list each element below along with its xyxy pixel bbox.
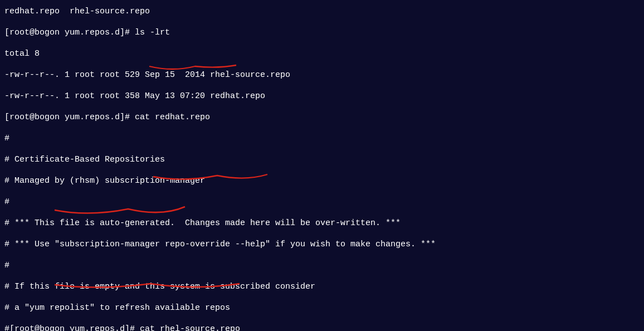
terminal-line: # a "yum repolist" to refresh available … xyxy=(4,303,640,313)
terminal-line: # xyxy=(4,133,640,144)
terminal-line: [root@bogon yum.repos.d]# ls -lrt xyxy=(4,27,640,38)
terminal-line: # *** Use "subscription-manager repo-ove… xyxy=(4,239,640,250)
terminal-area[interactable]: redhat.repo rhel-source.repo [root@bogon… xyxy=(0,0,644,331)
terminal-line: total 8 xyxy=(4,48,640,59)
terminal-line: [root@bogon yum.repos.d]# cat redhat.rep… xyxy=(4,112,640,123)
terminal-line: #[root@bogon yum.repos.d]# cat rhel-sour… xyxy=(4,324,640,331)
terminal-line: # Certificate-Based Repositories xyxy=(4,154,640,165)
terminal-line: -rw-r--r--. 1 root root 529 Sep 15 2014 … xyxy=(4,70,640,80)
terminal-line: # Managed by (rhsm) subscription-manager xyxy=(4,176,640,186)
terminal-line: redhat.repo rhel-source.repo xyxy=(4,6,640,17)
terminal-line: # xyxy=(4,197,640,207)
terminal-line: -rw-r--r--. 1 root root 358 May 13 07:20… xyxy=(4,91,640,101)
terminal-line: # *** This file is auto-generated. Chang… xyxy=(4,218,640,228)
terminal-line: # xyxy=(4,260,640,271)
terminal-line: # If this file is empty and this system … xyxy=(4,281,640,292)
